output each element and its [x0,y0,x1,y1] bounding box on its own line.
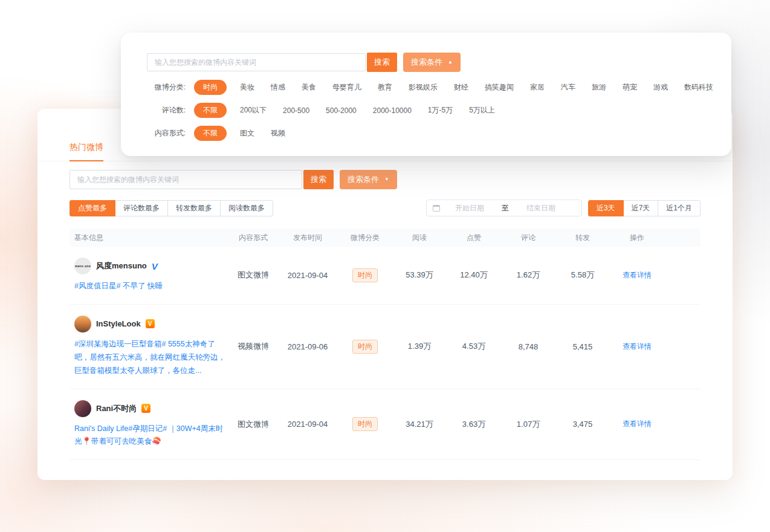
user-name[interactable]: InStyleLook [96,319,141,328]
view-details-link[interactable]: 查看详情 [623,271,652,279]
search-input[interactable] [147,53,366,71]
user-line: Rani不时尚 V [74,400,229,417]
view-details-link[interactable]: 查看详情 [623,342,652,351]
sort-tab-most-reads[interactable]: 阅读数最多 [220,200,273,216]
comments-cell: 1.62万 [501,270,555,281]
reposts-cell: 5,415 [555,342,610,351]
list-controls-row: 点赞最多 评论数最多 转发数最多 阅读数最多 开始日期 至 结束日期 近3天 近… [70,199,700,216]
basic-info-cell: InStyleLook V #深圳某海边现一巨型音箱# 5555太神奇了吧，居然… [74,316,229,378]
publish-date-cell: 2021-09-04 [277,420,338,429]
search-button[interactable]: 搜索 [367,53,397,72]
tab-hot-weibo[interactable]: 热门微博 [70,142,103,161]
filter-option[interactable]: 200以下 [240,105,267,115]
comments-cell: 8,748 [501,342,555,351]
user-line: InStyleLook V [74,316,229,332]
hot-weibo-panel: 热门微博 搜索 搜索条件 ▼ 点赞最多 评论数最多 转发数最多 阅读数最多 开始… [37,109,733,480]
category-tag: 时尚 [352,268,378,282]
weibo-content-link[interactable]: #深圳某海边现一巨型音箱# 5555太神奇了吧，居然有五六米高，就在网红魔天轮旁… [74,338,229,378]
filter-option[interactable]: 200-500 [283,106,309,115]
filter-options: 不限 200以下 200-500 500-2000 2000-10000 1万-… [194,103,511,118]
filter-option[interactable]: 图文 [240,128,254,138]
filter-row-content-form: 内容形式: 不限 图文 视频 [147,126,705,141]
filter-option[interactable]: 萌宠 [623,82,637,92]
sort-tabs: 点赞最多 评论数最多 转发数最多 阅读数最多 [70,200,273,216]
avatar[interactable] [74,316,91,332]
filter-option[interactable]: 5万以上 [469,105,495,115]
table-row: mens uno 风度mensuno V #风度值日星# 不早了 快睡 图文微博… [70,247,700,305]
avatar[interactable] [74,400,91,417]
weibo-content-link[interactable]: Rani's Daily Life#孕期日记# ｜30W+4周末时光📍带着可可去… [74,423,229,449]
search-conditions-label: 搜索条件 [348,174,379,185]
filter-option[interactable]: 500-2000 [326,106,357,115]
filter-option[interactable]: 美妆 [240,82,254,92]
header-category: 微博分类 [338,233,392,243]
likes-cell: 4.53万 [447,341,501,352]
likes-cell: 3.63万 [447,419,501,430]
category-cell: 时尚 [338,268,392,282]
end-date-placeholder[interactable]: 结束日期 [515,203,567,213]
filter-option[interactable]: 家居 [530,82,545,92]
filter-option[interactable]: 游戏 [653,82,668,92]
search-filter-card: 搜索 搜索条件 ▲ 微博分类: 时尚 美妆 情感 美食 母婴育儿 教育 影视娱乐… [121,33,731,156]
reposts-cell: 3,475 [555,420,610,429]
sort-tab-most-reposts[interactable]: 转发数最多 [167,200,221,216]
header-likes: 点赞 [447,233,501,243]
filter-option[interactable]: 搞笑趣闻 [485,82,514,92]
filter-option[interactable]: 旅游 [592,82,606,92]
filter-option[interactable]: 母婴育儿 [332,82,361,92]
search-input[interactable] [70,170,302,189]
filter-options: 不限 图文 视频 [194,126,302,141]
table-row: InStyleLook V #深圳某海边现一巨型音箱# 5555太神奇了吧，居然… [70,305,700,389]
filter-option[interactable]: 2000-10000 [373,106,412,115]
filter-option-selected[interactable]: 不限 [194,126,227,141]
avatar[interactable]: mens uno [74,258,91,274]
filter-option[interactable]: 美食 [302,82,316,92]
weibo-content-link[interactable]: #风度值日星# 不早了 快睡 [74,280,229,293]
start-date-placeholder[interactable]: 开始日期 [444,203,496,213]
action-cell: 查看详情 [610,419,664,429]
category-cell: 时尚 [338,417,392,431]
publish-date-cell: 2021-09-04 [277,271,338,280]
filter-option[interactable]: 汽车 [561,82,575,92]
reads-cell: 34.21万 [392,419,447,430]
filter-row-category: 微博分类: 时尚 美妆 情感 美食 母婴育儿 教育 影视娱乐 财经 搞笑趣闻 家… [147,80,705,95]
page: { "icons": { "chevron_up": "▲", "chevron… [0,0,770,532]
filter-option-selected[interactable]: 不限 [194,103,227,118]
filter-option-selected[interactable]: 时尚 [194,80,227,95]
header-publish-time: 发布时间 [277,233,338,243]
quick-range-7days[interactable]: 近7天 [623,200,659,216]
filter-options: 时尚 美妆 情感 美食 母婴育儿 教育 影视娱乐 财经 搞笑趣闻 家居 汽车 旅… [194,80,730,95]
header-reposts: 转发 [555,233,610,243]
filter-option[interactable]: 财经 [454,82,468,92]
date-range-input[interactable]: 开始日期 至 结束日期 [426,199,582,216]
filter-label: 微博分类: [147,82,186,92]
filter-option[interactable]: 情感 [271,82,285,92]
content-form-cell: 视频微博 [229,341,277,352]
publish-date-cell: 2021-09-06 [277,342,338,351]
comments-cell: 1.07万 [501,419,555,430]
filter-option[interactable]: 教育 [378,82,392,92]
category-cell: 时尚 [338,340,392,354]
user-name[interactable]: Rani不时尚 [96,403,137,414]
search-conditions-button[interactable]: 搜索条件 ▼ [340,170,397,189]
view-details-link[interactable]: 查看详情 [623,420,652,428]
table-row: Rani不时尚 V Rani's Daily Life#孕期日记# ｜30W+4… [70,389,700,461]
quick-range-3days[interactable]: 近3天 [588,200,624,216]
quick-range-buttons: 近3天 近7天 近1个月 [588,200,700,216]
search-conditions-label: 搜索条件 [411,57,442,68]
verified-orange-icon: V [146,319,155,328]
user-name[interactable]: 风度mensuno [96,261,147,271]
avatar-logo-text: mens uno [75,264,91,268]
sort-tab-most-likes[interactable]: 点赞最多 [70,200,115,216]
filter-option[interactable]: 视频 [271,128,285,138]
filter-option[interactable]: 数码科技 [684,82,713,92]
filter-option[interactable]: 1万-5万 [428,105,453,115]
reads-cell: 1.39万 [392,341,447,352]
search-conditions-button[interactable]: 搜索条件 ▲ [403,53,461,72]
user-line: mens uno 风度mensuno V [74,258,229,274]
quick-range-1month[interactable]: 近1个月 [658,200,700,216]
action-cell: 查看详情 [610,342,664,352]
sort-tab-most-comments[interactable]: 评论数最多 [115,200,168,216]
filter-option[interactable]: 影视娱乐 [409,82,438,92]
search-button[interactable]: 搜索 [303,170,334,189]
